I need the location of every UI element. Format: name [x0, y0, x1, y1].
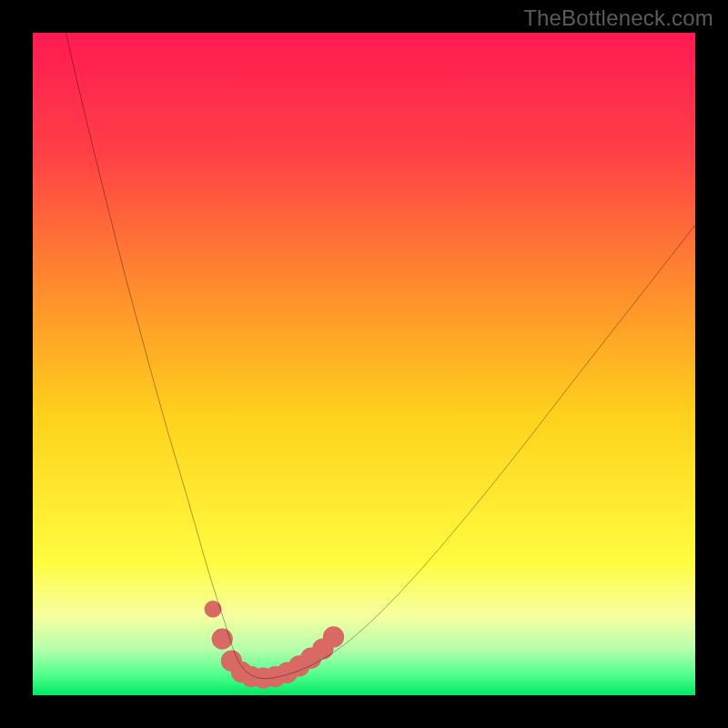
chart-frame: TheBottleneck.com	[0, 0, 728, 728]
valley-marker	[323, 626, 344, 647]
chart-curve	[33, 33, 695, 695]
plot-area	[33, 33, 695, 695]
markers-group	[205, 601, 345, 689]
watermark-text: TheBottleneck.com	[523, 5, 713, 31]
bottleneck-curve-path	[66, 33, 695, 679]
valley-marker	[212, 628, 233, 649]
valley-marker	[205, 601, 222, 618]
